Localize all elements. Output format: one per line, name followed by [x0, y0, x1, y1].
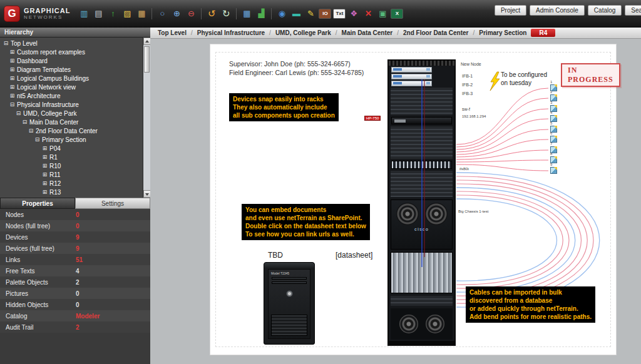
expand-icon[interactable]: ⊞: [9, 75, 16, 81]
edit-icon[interactable]: ✎: [304, 8, 317, 20]
tower-server[interactable]: Model T2345: [264, 262, 315, 345]
tree-item-primary-section[interactable]: ⊟Primary Section: [0, 135, 143, 144]
zoom-in-icon[interactable]: ⊕: [170, 8, 183, 20]
tree-item-r1[interactable]: ⊞R1: [0, 153, 143, 161]
expand-icon[interactable]: ⊟: [9, 101, 16, 108]
project-button[interactable]: Project: [495, 5, 526, 16]
label-ip-address: 192.168.1.294: [462, 114, 486, 118]
rack-device-ifb2[interactable]: [391, 74, 432, 79]
zoom-out-icon[interactable]: ⊖: [185, 8, 197, 20]
rack-patch-panel[interactable]: [391, 161, 452, 169]
todo-text[interactable]: To be configured on tuesday: [501, 71, 547, 87]
breadcrumb-umd-college-park[interactable]: UMD, College Park: [275, 29, 331, 36]
tree-item-logical-network[interactable]: ⊞Logical Network view: [0, 83, 143, 91]
tree-item-r11[interactable]: ⊞R11: [0, 170, 143, 179]
tower-logo-icon: [286, 290, 293, 297]
globe-icon[interactable]: ◉: [275, 8, 288, 20]
endpoint-number: 4: [550, 111, 552, 114]
expand-icon[interactable]: ⊟: [28, 128, 34, 134]
tree-item-physical-infrastructure[interactable]: ⊟Physical Infrastructure: [0, 100, 143, 109]
rack-line-cards[interactable]: [391, 252, 453, 293]
fan-icon: [425, 203, 448, 225]
io-icon[interactable]: IO: [319, 9, 331, 19]
expand-icon[interactable]: ⊞: [41, 145, 48, 151]
rack-device-hp-server[interactable]: [391, 117, 452, 124]
expand-icon[interactable]: ⊟: [15, 110, 22, 116]
chart-icon[interactable]: ▟: [255, 8, 267, 20]
rack-device-ifb1[interactable]: [391, 67, 432, 73]
expand-icon[interactable]: ⊞: [9, 84, 16, 90]
delete-icon[interactable]: ✕: [362, 8, 374, 20]
print-icon[interactable]: ▤: [92, 8, 105, 20]
folder-icon[interactable]: ▨: [121, 8, 133, 20]
tree-item-2nd-floor[interactable]: ⊟2nd Floor Data Center: [0, 126, 143, 135]
ruler-icon[interactable]: ▬: [290, 8, 302, 20]
expand-icon[interactable]: ⊞: [9, 93, 16, 99]
excel-icon[interactable]: X: [391, 9, 403, 19]
diagram-canvas[interactable]: Supervisor: John Doe (ph: 555-324-6657) …: [150, 39, 641, 364]
monitor-icon[interactable]: ▥: [78, 8, 90, 20]
breadcrumb-top-level[interactable]: Top Level: [158, 29, 187, 36]
datasheet-link[interactable]: [datasheet]: [336, 251, 372, 260]
redo-icon[interactable]: ↻: [220, 8, 232, 20]
in-progress-stamp[interactable]: IN PROGRESS: [561, 63, 620, 87]
table-icon[interactable]: ▦: [240, 8, 253, 20]
rack-device-ifb3[interactable]: [391, 81, 432, 86]
expand-icon[interactable]: ⊞: [41, 189, 48, 195]
calendar-icon[interactable]: ▦: [135, 8, 148, 20]
search-button[interactable]: Search: [625, 5, 641, 16]
scroll-up-icon[interactable]: [143, 38, 150, 45]
tree-item-diagram-templates[interactable]: ⊞Diagram Templates: [0, 65, 143, 74]
palette-icon[interactable]: ❖: [347, 8, 360, 20]
expand-icon[interactable]: ⊟: [21, 119, 28, 125]
breadcrumb-main-data-center[interactable]: Main Data Center: [342, 29, 393, 36]
scroll-down-icon[interactable]: [143, 190, 150, 198]
admin-console-button[interactable]: Admin Console: [530, 5, 585, 16]
tree-item-main-data-center[interactable]: ⊟Main Data Center: [0, 118, 143, 126]
breadcrumb-current-r4[interactable]: R4: [531, 29, 555, 37]
expand-icon[interactable]: ⊞: [41, 180, 48, 186]
tbd-label[interactable]: TBD: [268, 251, 283, 260]
tree-item-custom-reports[interactable]: ⊞Custom report examples: [0, 48, 143, 56]
expand-icon[interactable]: ⊟: [34, 136, 41, 143]
tree-item-logical-campus[interactable]: ⊞Logical Campus Buildings: [0, 74, 143, 83]
expand-icon[interactable]: ⊞: [9, 58, 16, 64]
tree-item-top-level[interactable]: ⊟Top Level: [0, 39, 143, 48]
tree-item-label: Logical Network view: [17, 84, 76, 91]
expand-icon[interactable]: ⊞: [9, 49, 16, 55]
note-devices-snap[interactable]: Devices snap easily into racks They also…: [229, 93, 339, 121]
tree-item-p04[interactable]: ⊞P04: [0, 144, 143, 153]
expand-icon[interactable]: ⊞: [41, 171, 48, 178]
expand-icon[interactable]: ⊞: [41, 154, 48, 160]
tree-scrollbar[interactable]: [143, 38, 150, 198]
tree-item-r10[interactable]: ⊞R10: [0, 161, 143, 170]
undo-icon[interactable]: ↺: [205, 8, 218, 20]
tree-item-dashboard[interactable]: ⊞Dashboard: [0, 56, 143, 65]
rack-rails: [391, 126, 453, 159]
supervisor-text[interactable]: Supervisor: John Doe (ph: 555-324-6657) …: [229, 59, 364, 77]
note-embed-documents[interactable]: You can embed documents and even use net…: [242, 204, 370, 240]
endpoint-node[interactable]: 9: [550, 167, 557, 174]
breadcrumb-primary-section[interactable]: Primary Section: [479, 29, 526, 36]
tree-item-nt5-architecture[interactable]: ⊞nt5 Architecture: [0, 91, 143, 100]
image-icon[interactable]: ▣: [376, 8, 389, 20]
tree-item-umd[interactable]: ⊟UMD, College Park: [0, 109, 143, 118]
expand-icon[interactable]: ⊞: [41, 163, 48, 169]
hp-tag-label[interactable]: HP-750: [364, 116, 381, 121]
expand-icon[interactable]: ⊟: [3, 40, 9, 46]
breadcrumb-physical-infrastructure[interactable]: Physical Infrastructure: [197, 29, 265, 36]
tree-item-r13[interactable]: ⊞R13: [0, 188, 143, 196]
upload-icon[interactable]: ↑: [106, 8, 119, 20]
text-icon[interactable]: Txt: [333, 9, 346, 19]
tab-properties[interactable]: Properties: [0, 198, 75, 209]
rack-r4[interactable]: cisco: [387, 59, 456, 346]
tab-settings[interactable]: Settings: [75, 198, 150, 209]
breadcrumb-2nd-floor[interactable]: 2nd Floor Data Center: [403, 29, 468, 36]
tree-item-r12[interactable]: ⊞R12: [0, 179, 143, 188]
rack-big-chassis[interactable]: cisco: [391, 200, 453, 250]
note-cables-bulk[interactable]: Cables can be imported in bulk discovere…: [466, 286, 595, 323]
catalog-button[interactable]: Catalog: [588, 5, 622, 16]
zoom-icon[interactable]: ○: [156, 8, 168, 20]
expand-icon[interactable]: ⊞: [9, 66, 16, 73]
scrollbar-thumb[interactable]: [144, 46, 150, 73]
